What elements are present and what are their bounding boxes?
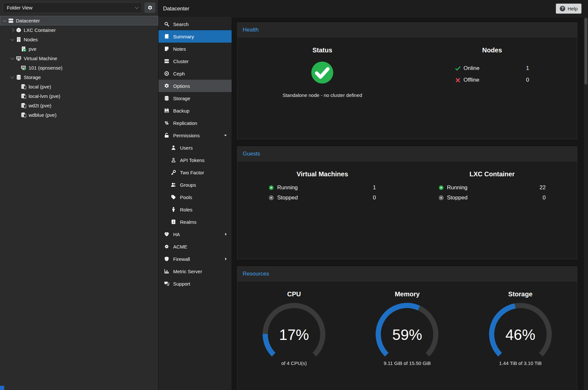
page-title: Datacenter [163,6,189,12]
chevron-down-icon[interactable] [10,75,14,78]
storage-drive-icon [21,93,26,99]
menu-item-replication[interactable]: Replication [159,117,232,129]
menu-item-summary[interactable]: Summary [159,30,232,43]
resources-panel-header: Resources [237,267,577,281]
datacenter-menu: Search Summary Notes Cluster Ceph [159,17,232,390]
resource-tree-panel: Folder View Datacenter LXC Container N [0,0,159,390]
lxc-column: LXC Container Running 22 Stopped [407,161,577,259]
online-value: 1 [526,65,529,72]
view-mode-value: Folder View [7,5,135,10]
offline-value: 0 [526,77,529,83]
tree-item-storage-wd2t[interactable]: wd2t (pve) [0,101,158,110]
status-ok-icon [310,61,334,85]
menu-item-ha[interactable]: HA [159,228,232,240]
menu-item-api-tokens[interactable]: API Tokens [159,154,232,166]
nodes-rows: Online 1 Offline 0 [455,65,529,83]
help-button-label: Help [568,6,578,11]
server-icon [8,18,14,23]
menu-item-realms[interactable]: Realms [159,216,232,228]
tree-item-label: Nodes [24,37,38,42]
bar-chart-icon [164,269,169,274]
guests-panel-body: Virtual Machines Running 1 Stopped [237,161,577,259]
gear-icon [164,83,169,88]
user-outline-icon [171,157,176,163]
tree-item-storage-local-lvm[interactable]: local-lvm (pve) [0,91,158,101]
tree-item-label: Datacenter [16,18,40,23]
vertical-scrollbar[interactable] [583,17,588,390]
stopped-value: 0 [543,195,545,201]
chevron-down-icon[interactable] [10,56,14,60]
tree-item-label: wdblue (pve) [29,112,57,118]
floppy-icon [164,108,169,113]
nodes-title: Nodes [407,47,577,54]
chevron-right-icon [225,258,227,260]
memory-column: Memory 59% 9.11 GiB of 15.50 GiB [351,281,464,390]
question-icon: ? [560,6,565,11]
running-icon [439,185,444,190]
topbar: Datacenter ? Help [159,0,588,17]
menu-item-users[interactable]: Users [159,141,232,154]
guests-panel: Guests Virtual Machines Running 1 [237,146,577,259]
cluster-icon [164,59,169,64]
tree-item-label: Storage [24,74,41,80]
scrollbar-thumb[interactable] [584,18,587,85]
tree-settings-button[interactable] [145,3,155,13]
lxc-title: LXC Container [407,170,577,178]
tree-item-storage-local[interactable]: local (pve) [0,82,158,91]
health-panel: Health Status Standalone node - no clust… [237,22,577,139]
tree-item-datacenter[interactable]: Datacenter [0,16,158,25]
menu-item-roles[interactable]: Roles [159,203,232,216]
lxc-rows: Running 22 Stopped 0 [439,184,546,201]
menu-item-two-factor[interactable]: Two Factor [159,166,232,179]
menu-item-backup[interactable]: Backup [159,104,232,117]
menu-item-permissions[interactable]: Permissions [159,129,232,141]
tree-item-nodes[interactable]: Nodes [0,35,158,44]
storage-title: Storage [464,290,577,298]
menu-item-support[interactable]: Support [159,277,232,290]
tree-item-label: LXC Container [24,27,56,33]
lxc-stopped-row: Stopped 0 [439,195,546,201]
menu-item-groups[interactable]: Groups [159,179,232,191]
tree-item-vm-101[interactable]: 101 (opnsense) [0,63,158,73]
tree-item-pve[interactable]: pve [0,44,158,54]
vm-running-row: Running 1 [269,184,376,191]
monitor-icon [16,56,21,61]
menu-item-firewall[interactable]: Firewall [159,253,232,265]
tree-item-lxc-container[interactable]: LXC Container [0,25,158,35]
tree-item-storage[interactable]: Storage [0,73,158,82]
menu-item-options[interactable]: Options [159,80,232,92]
ceph-icon [164,71,169,76]
gear-icon [147,5,153,10]
memory-title: Memory [351,290,464,298]
resource-tree: Datacenter LXC Container Nodes pve Virtu… [0,16,158,390]
menu-item-cluster[interactable]: Cluster [159,55,232,67]
resources-panel-body: CPU 17% of 4 CPU(s) Memory 59% [237,281,577,390]
tree-item-label: Virtual Machine [24,56,57,61]
unlock-icon [164,133,169,138]
storage-percent: 46% [483,326,558,343]
memory-caption: 9.11 GiB of 15.50 GiB [351,360,464,366]
online-label: Online [464,65,479,72]
tree-item-storage-wdblue[interactable]: wdblue (pve) [0,110,158,120]
check-icon [455,66,461,71]
view-mode-select[interactable]: Folder View [3,2,142,13]
tree-toolbar: Folder View [0,0,158,16]
help-button[interactable]: ? Help [556,4,582,14]
running-label: Running [277,184,298,191]
chevron-down-icon[interactable] [3,18,6,22]
menu-item-storage[interactable]: Storage [159,92,232,104]
resources-panel: Resources CPU 17% of 4 CPU(s) Memo [237,266,577,390]
storage-gauge: 46% [483,301,558,359]
menu-item-pools[interactable]: Pools [159,191,232,203]
menu-item-ceph[interactable]: Ceph [159,67,232,80]
menu-item-metric-server[interactable]: Metric Server [159,265,232,277]
chevron-right-icon[interactable] [10,28,14,32]
tree-item-virtual-machine[interactable]: Virtual Machine [0,54,158,63]
storage-caption: 1.44 TiB of 3.10 TiB [464,360,577,366]
menu-item-search[interactable]: Search [159,18,232,30]
chevron-down-icon[interactable] [10,37,14,41]
menu-item-acme[interactable]: ACME [159,240,232,253]
menu-item-notes[interactable]: Notes [159,43,232,55]
stopped-icon [439,195,444,200]
stopped-label: Stopped [447,195,467,201]
